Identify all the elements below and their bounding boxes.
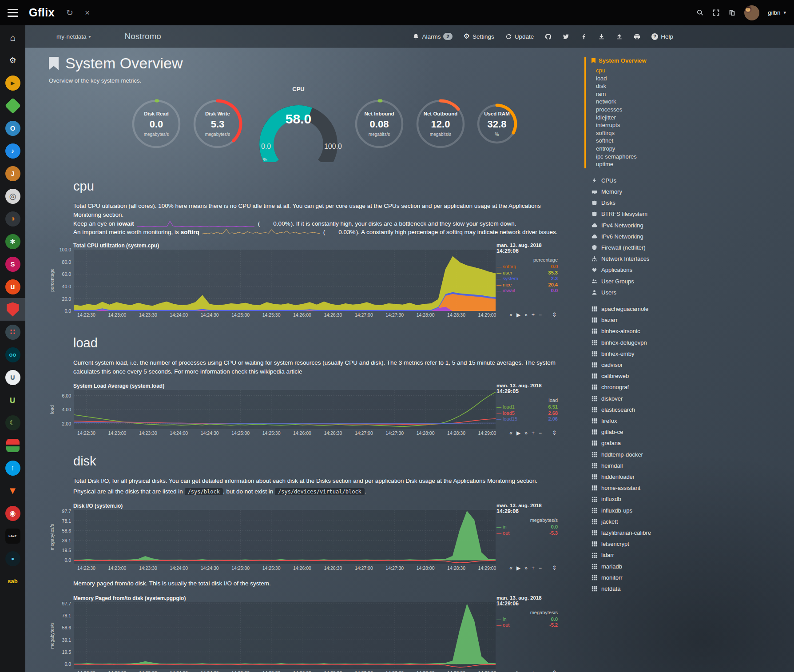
nav-app-calibreweb[interactable]: calibreweb bbox=[592, 370, 794, 382]
nav-app-influxdb[interactable]: influxdb bbox=[592, 493, 794, 505]
nav-app-hddtemp-docker[interactable]: hddtemp-docker bbox=[592, 449, 794, 460]
legend-system[interactable]: — system2.3 bbox=[496, 276, 558, 282]
nav-app-binhex-delugevpn[interactable]: binhex-delugevpn bbox=[592, 337, 794, 348]
legend-in[interactable]: — in0.0 bbox=[496, 524, 558, 530]
chart-controls[interactable]: «▶»+− bbox=[509, 565, 542, 571]
nav-sub-idlejitter[interactable]: idlejitter bbox=[596, 114, 794, 122]
twitter-button[interactable] bbox=[563, 33, 569, 40]
gauge-used-ram[interactable]: Used RAM32.8% bbox=[472, 103, 521, 145]
nav-app-binhex-emby[interactable]: binhex-emby bbox=[592, 348, 794, 359]
chart-plot[interactable] bbox=[74, 250, 496, 311]
nav-app-grafana[interactable]: grafana bbox=[592, 437, 794, 449]
sidebar-app-app-19[interactable] bbox=[0, 434, 25, 457]
sidebar-app-airsonic[interactable]: ♪ bbox=[0, 139, 25, 162]
chart-plot[interactable] bbox=[74, 390, 496, 429]
nav-sub-interrupts[interactable]: interrupts bbox=[596, 121, 794, 129]
chart-resize-handle[interactable]: ⇕ bbox=[552, 311, 557, 318]
nav-app-hiddenloader[interactable]: hiddenloader bbox=[592, 471, 794, 482]
sidebar-app-gitlab[interactable]: ▼ bbox=[0, 479, 25, 502]
sidebar-app-app-14[interactable]: ∷ bbox=[0, 321, 25, 343]
nav-app-lazylibrarian-calibre[interactable]: lazylibrarian-calibre bbox=[592, 527, 794, 538]
nav-sub-network[interactable]: network bbox=[596, 98, 794, 106]
nav-sub-ipc-semaphores[interactable]: ipc semaphores bbox=[596, 153, 794, 161]
nav-app-chronograf[interactable]: chronograf bbox=[592, 382, 794, 393]
sidebar-app-plex[interactable]: ▶ bbox=[0, 72, 25, 94]
nav-app-lidarr[interactable]: lidarr bbox=[592, 549, 794, 561]
export-button[interactable] bbox=[598, 33, 605, 40]
nav-sub-processes[interactable]: processes bbox=[596, 106, 794, 114]
sidebar-app-ubooquity[interactable]: u bbox=[0, 275, 25, 298]
nav-app-influxdb-ups[interactable]: influxdb-ups bbox=[592, 505, 794, 516]
gauge-cpu[interactable]: CPU58.00.0100.0% bbox=[250, 86, 347, 162]
username[interactable]: gilbn bbox=[768, 9, 781, 16]
nav-app-binhex-airsonic[interactable]: binhex-airsonic bbox=[592, 326, 794, 337]
nav-app-elasticsearch[interactable]: elasticsearch bbox=[592, 404, 794, 415]
legend-softirq[interactable]: — softirq0.0 bbox=[496, 264, 558, 270]
sidebar-app-bazarr[interactable]: ◑ bbox=[0, 207, 25, 230]
nav-app-home-assistant[interactable]: home-assistant bbox=[592, 482, 794, 493]
sidebar-app-lidarr[interactable]: ◎ bbox=[0, 185, 25, 207]
nav-app-firefox[interactable]: firefox bbox=[592, 415, 794, 426]
sidebar-app-unifi[interactable]: ∪ bbox=[0, 366, 25, 389]
import-button[interactable] bbox=[616, 33, 623, 40]
sidebar-app-app-5[interactable]: O bbox=[0, 117, 25, 139]
legend-user[interactable]: — user35.3 bbox=[496, 270, 558, 276]
nav-section-network-interfaces[interactable]: Network Interfaces bbox=[592, 253, 794, 264]
sidebar-app-lazylibrarian[interactable]: LAZY bbox=[0, 525, 25, 547]
chart-resize-handle[interactable]: ⇕ bbox=[552, 565, 557, 571]
sidebar-app-settings[interactable]: ⚙ bbox=[0, 49, 25, 72]
legend-out[interactable]: — out-5.2 bbox=[496, 622, 558, 628]
nav-app-mariadb[interactable]: mariadb bbox=[592, 561, 794, 572]
chart-plot[interactable] bbox=[74, 602, 496, 669]
sidebar-app-app-20[interactable]: ↑ bbox=[0, 457, 25, 479]
nav-app-gitlab-ce[interactable]: gitlab-ce bbox=[592, 426, 794, 437]
nav-sub-cpu[interactable]: cpu bbox=[596, 67, 794, 75]
sidebar-app-ombi[interactable]: oo bbox=[0, 343, 25, 366]
chart-controls[interactable]: «▶»+− bbox=[509, 670, 542, 672]
nav-section-user-groups[interactable]: User Groups bbox=[592, 276, 794, 287]
chart-controls[interactable]: «▶»+− bbox=[509, 312, 542, 318]
chart-plot[interactable] bbox=[74, 510, 496, 564]
gauge-net-outbound[interactable]: Net Outbound12.0megabits/s bbox=[411, 98, 470, 150]
legend-load15[interactable]: — load152.06 bbox=[496, 416, 558, 422]
server-dropdown-caret-icon[interactable]: ▾ bbox=[89, 34, 91, 39]
nav-sub-ram[interactable]: ram bbox=[596, 90, 794, 98]
nav-app-letsencrypt[interactable]: letsencrypt bbox=[592, 538, 794, 549]
chart-resize-handle[interactable]: ⇕ bbox=[552, 669, 557, 672]
avatar[interactable] bbox=[744, 5, 759, 20]
nav-section-disks[interactable]: Disks bbox=[592, 197, 794, 208]
github-button[interactable] bbox=[545, 33, 552, 40]
nav-section-ipv4-networking[interactable]: IPv4 Networking bbox=[592, 220, 794, 231]
nav-app-monitorr[interactable]: monitorr bbox=[592, 572, 794, 583]
copy-icon[interactable] bbox=[728, 9, 736, 16]
nav-app-diskover[interactable]: diskover bbox=[592, 393, 794, 404]
update-button[interactable]: Update bbox=[505, 33, 534, 40]
nav-sub-softnet[interactable]: softnet bbox=[596, 137, 794, 145]
sidebar-app-netdata[interactable] bbox=[0, 298, 25, 321]
legend-iowait[interactable]: — iowait0.0 bbox=[496, 288, 558, 294]
nav-section-firewall-netfilter-[interactable]: Firewall (netfilter) bbox=[592, 242, 794, 253]
sidebar-app-jackett[interactable]: J bbox=[0, 162, 25, 185]
legend-out[interactable]: — out-5.3 bbox=[496, 530, 558, 537]
nav-section-memory[interactable]: Memory bbox=[592, 186, 794, 197]
sidebar-app-app-24[interactable]: ● bbox=[0, 547, 25, 570]
legend-in[interactable]: — in0.0 bbox=[496, 616, 558, 623]
server-dropdown[interactable]: my-netdata bbox=[56, 33, 87, 40]
legend-load5[interactable]: — load52.68 bbox=[496, 410, 558, 417]
gauge-disk-write[interactable]: Disk Write5.3megabytes/s bbox=[188, 98, 247, 150]
nav-app-jackett[interactable]: jackett bbox=[592, 516, 794, 527]
close-tab-icon[interactable]: × bbox=[85, 8, 90, 17]
user-menu-caret-icon[interactable]: ▾ bbox=[783, 10, 786, 16]
chart-controls[interactable]: «▶»+− bbox=[509, 430, 542, 436]
nav-app-netdata[interactable]: netdata bbox=[592, 583, 794, 594]
refresh-tab-icon[interactable]: ↻ bbox=[66, 8, 73, 17]
nav-app-cadvisor[interactable]: cadvisor bbox=[592, 359, 794, 370]
gauge-net-inbound[interactable]: Net Inbound0.08megabits/s bbox=[350, 98, 409, 150]
nav-section-ipv6-networking[interactable]: IPv6 Networking bbox=[592, 231, 794, 242]
nav-section-btrfs-filesystem[interactable]: BTRFS filesystem bbox=[592, 208, 794, 219]
sidebar-app-app-22[interactable]: ◉ bbox=[0, 502, 25, 525]
print-button[interactable] bbox=[634, 33, 640, 40]
nav-app-bazarr[interactable]: bazarr bbox=[592, 314, 794, 326]
legend-load1[interactable]: — load16.51 bbox=[496, 404, 558, 410]
nav-section-applications[interactable]: Applications bbox=[592, 264, 794, 275]
